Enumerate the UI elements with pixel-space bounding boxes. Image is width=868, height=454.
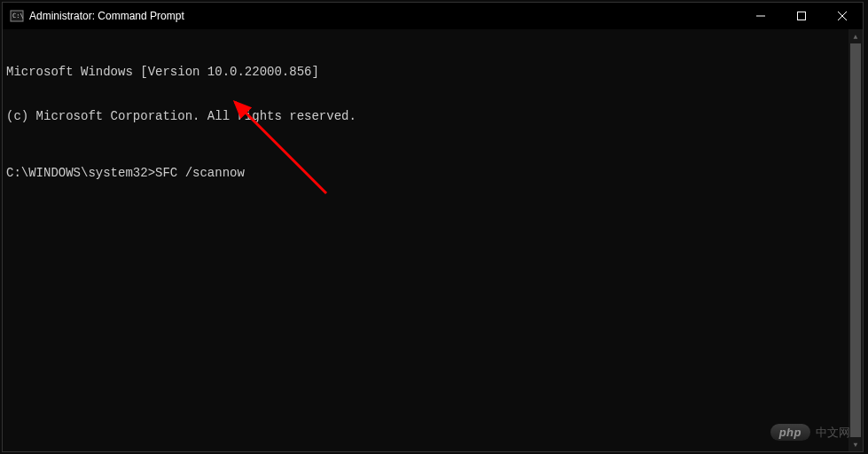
terminal-command: SFC /scannow xyxy=(155,166,245,180)
watermark-text: 中文网 xyxy=(816,425,850,441)
command-prompt-window: C:\ Administrator: Command Prompt Micros… xyxy=(2,2,864,452)
vertical-scrollbar[interactable]: ▲ ▼ xyxy=(848,29,863,451)
watermark-badge: php xyxy=(770,424,810,441)
terminal-output-line: Microsoft Windows [Version 10.0.22000.85… xyxy=(6,65,859,80)
terminal-prompt: C:\WINDOWS\system32> xyxy=(6,166,155,180)
cmd-icon: C:\ xyxy=(10,9,24,23)
titlebar-controls xyxy=(740,3,863,29)
scrollbar-down-icon[interactable]: ▼ xyxy=(848,437,863,451)
svg-rect-3 xyxy=(798,12,806,20)
scrollbar-track[interactable] xyxy=(848,43,863,437)
titlebar[interactable]: C:\ Administrator: Command Prompt xyxy=(3,3,863,29)
maximize-button[interactable] xyxy=(781,3,822,29)
watermark: php 中文网 xyxy=(770,424,850,441)
close-button[interactable] xyxy=(822,3,863,29)
window-title: Administrator: Command Prompt xyxy=(29,10,184,22)
terminal-prompt-line: C:\WINDOWS\system32>SFC /scannow xyxy=(6,166,859,181)
titlebar-left: C:\ Administrator: Command Prompt xyxy=(10,9,184,23)
scrollbar-thumb[interactable] xyxy=(850,43,861,437)
svg-text:C:\: C:\ xyxy=(12,12,24,20)
scrollbar-up-icon[interactable]: ▲ xyxy=(848,29,863,43)
terminal-content[interactable]: Microsoft Windows [Version 10.0.22000.85… xyxy=(3,29,863,216)
terminal-output-line: (c) Microsoft Corporation. All rights re… xyxy=(6,109,859,124)
minimize-button[interactable] xyxy=(740,3,781,29)
